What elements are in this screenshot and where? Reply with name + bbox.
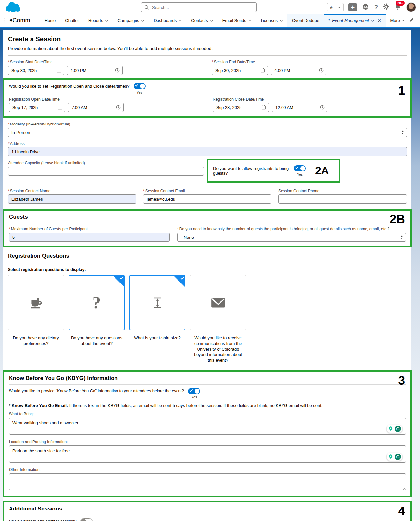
what-to-bring-textarea[interactable]: Wear walking shoes and a sweater. [9, 418, 406, 435]
toggle-state-label: Yes [191, 395, 197, 399]
kbyg-toggle[interactable] [188, 388, 200, 394]
resize-handle-icon[interactable] [402, 432, 405, 435]
question-card-label: Would you like to receive communications… [190, 335, 246, 363]
favorites-star-icon[interactable] [327, 3, 335, 11]
favorites-caret-icon[interactable] [335, 3, 343, 11]
chevron-down-icon[interactable] [371, 20, 374, 22]
address-input[interactable] [8, 147, 407, 156]
nav-item-chatter[interactable]: Chatter [60, 14, 84, 27]
chevron-down-icon [248, 20, 252, 22]
other-information-textarea[interactable] [9, 473, 406, 490]
registration-open-time-input[interactable] [68, 103, 124, 112]
annotation-number-3: 3 [398, 374, 405, 387]
check-icon [190, 389, 193, 392]
trailhead-icon[interactable] [362, 3, 369, 11]
add-session-toggle[interactable] [80, 518, 93, 521]
nav-item-reports[interactable]: Reports [84, 14, 113, 27]
nav-item-contacts[interactable]: Contacts [186, 14, 218, 27]
grammarly-widget[interactable] [386, 453, 403, 461]
session-start-time-input[interactable] [67, 66, 123, 75]
annotation-number-2a: 2A [315, 164, 328, 177]
coffee-cup-icon [28, 295, 44, 311]
favorites-button[interactable] [327, 3, 344, 11]
question-card-questions[interactable] [69, 275, 125, 330]
registration-open-label: Registration Open Date/Time [9, 97, 213, 102]
capacity-input[interactable] [8, 167, 204, 176]
divider [8, 262, 407, 262]
contact-name-input[interactable] [8, 194, 136, 204]
registration-close-label: Registration Close Date/Time [213, 97, 406, 102]
create-session-card: Create a Session Provide information abo… [3, 30, 411, 520]
pencil-icon[interactable] [409, 17, 414, 24]
registration-toggle-question: Would you like to set Registration Open … [9, 83, 130, 89]
question-card-communications[interactable] [190, 275, 246, 330]
max-guests-input[interactable] [9, 233, 170, 242]
grammarly-widget[interactable] [386, 425, 403, 433]
nav-item-licenses[interactable]: Licenses [256, 14, 287, 27]
global-search[interactable] [141, 2, 257, 12]
select-stepper-icon [402, 131, 404, 134]
nav-tab-cvent-dedupe[interactable]: Cvent Dedupe [287, 14, 324, 27]
nav-item-more[interactable]: More [386, 14, 409, 27]
nav-item-dashboards[interactable]: Dashboards [149, 14, 186, 27]
registration-close-date-input[interactable] [213, 103, 269, 112]
divider [9, 384, 406, 385]
annotation-box-2a: Do you want to allow registrants to brin… [207, 159, 340, 183]
registration-close-time-input[interactable] [272, 103, 327, 112]
question-card-dietary[interactable] [8, 275, 64, 330]
help-icon[interactable] [374, 4, 378, 11]
waffle-icon[interactable] [4, 18, 5, 23]
location-parking-textarea[interactable]: Park on the south side for free. [9, 445, 406, 463]
allow-guests-toggle[interactable] [294, 165, 306, 171]
page-title: Create a Session [8, 35, 407, 43]
contact-email-input[interactable] [143, 194, 271, 204]
annotation-number-2b: 2B [390, 213, 405, 225]
app-name: eComm [10, 17, 30, 24]
session-end-time-input[interactable] [271, 66, 326, 75]
registration-open-date-input[interactable] [9, 103, 65, 112]
nav-tab-event-management[interactable]: * Event Management [324, 14, 386, 27]
grammarly-bulb-icon [388, 454, 394, 460]
salesforce-cloud-logo [5, 1, 22, 14]
chevron-down-icon [105, 20, 108, 22]
nav-item-home[interactable]: Home [40, 14, 61, 27]
session-times-row: *Session Start Date/Time *Session End Da… [8, 60, 407, 75]
registration-window-toggle[interactable] [134, 83, 146, 89]
kbyg-title: Know Before You Go (KBYG) Information [9, 375, 406, 382]
address-label: *Address [8, 141, 407, 146]
nav-item-campaigns[interactable]: Campaigns [113, 14, 149, 27]
global-add-button[interactable] [348, 3, 357, 11]
nav-item-email-sends[interactable]: Email Sends [218, 14, 256, 27]
notification-bell-icon[interactable]: 20+ [394, 3, 401, 11]
add-session-question: Do you want to add another session? [9, 518, 76, 521]
avatar[interactable] [406, 2, 416, 12]
guests-section-title: Guests [9, 214, 406, 220]
guest-detail-label: *Do you need to know only the number of … [177, 227, 406, 231]
kbyg-email-note: * Know Before You Go Email: If there is … [9, 403, 406, 408]
annotation-box-4: 4 Additional Sessions Do you want to add… [3, 501, 412, 521]
close-icon[interactable] [378, 18, 381, 24]
grammarly-g-icon [395, 426, 401, 432]
settings-gear-icon[interactable] [383, 3, 389, 11]
contact-phone-input[interactable] [278, 194, 407, 204]
selected-corner [173, 275, 185, 287]
selected-corner [113, 275, 124, 287]
session-end-date-input[interactable] [212, 66, 268, 75]
select-stepper-icon [401, 236, 403, 239]
divider [9, 223, 406, 223]
modality-select[interactable]: In-Person [8, 128, 407, 137]
resize-handle-icon[interactable] [402, 488, 405, 490]
check-icon [295, 166, 299, 169]
page-background: Create a Session Provide information abo… [0, 28, 420, 520]
guest-detail-select[interactable]: --None-- [177, 233, 406, 242]
session-start-label: *Session Start Date/Time [8, 60, 212, 64]
session-end-label: *Session End Date/Time [212, 60, 407, 64]
session-start-date-input[interactable] [8, 66, 64, 75]
annotation-number-1: 1 [398, 84, 405, 97]
grammarly-g-icon [395, 454, 401, 460]
divider [9, 515, 406, 515]
annotation-box-2b: 2B Guests *Maximum Number of Guests per … [3, 209, 412, 247]
search-input[interactable] [141, 2, 257, 12]
resize-handle-icon[interactable] [402, 460, 405, 463]
question-card-tshirt[interactable] [129, 275, 185, 330]
